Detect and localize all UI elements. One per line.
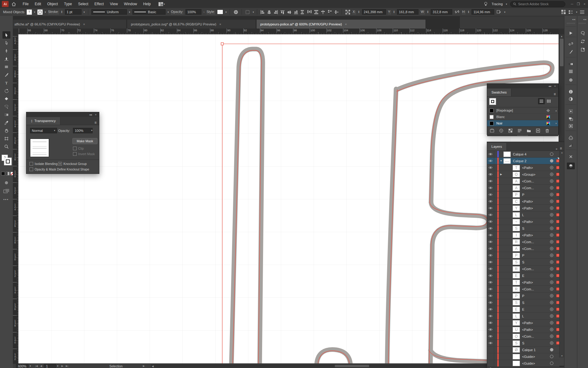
- target-icon[interactable]: [550, 260, 553, 264]
- target-icon[interactable]: [550, 152, 553, 156]
- layer-row-29[interactable]: SS: [487, 340, 559, 347]
- target-icon[interactable]: [550, 247, 553, 250]
- layer-row-14[interactable]: R<Com...: [487, 239, 559, 245]
- rotate-tool[interactable]: [2, 87, 10, 94]
- layer-row-17[interactable]: SS: [487, 259, 559, 266]
- new-color-group-icon[interactable]: [525, 128, 533, 134]
- more-tools-icon[interactable]: •••: [3, 197, 9, 201]
- selection-column[interactable]: [553, 314, 559, 318]
- transparency-panel-header[interactable]: ◂◂ ×: [26, 112, 99, 117]
- layer-thumbnail[interactable]: U: [513, 327, 520, 332]
- swatch-row-1[interactable]: [Repérage]▲: [487, 107, 558, 114]
- w-label[interactable]: W:: [421, 10, 425, 14]
- selection-column[interactable]: [553, 308, 559, 311]
- swatches-panel-header[interactable]: ◂◂ ×: [487, 84, 558, 88]
- app-logo[interactable]: Ai: [2, 1, 9, 7]
- layer-thumbnail[interactable]: L: [513, 313, 520, 319]
- layer-thumbnail[interactable]: S: [513, 259, 520, 265]
- distribute-vertical-icon[interactable]: [301, 10, 305, 14]
- zoom-chevron-icon[interactable]: ▾: [30, 365, 31, 367]
- eye-toggle[interactable]: [487, 178, 494, 184]
- target-icon[interactable]: [550, 173, 553, 176]
- selection-column[interactable]: [553, 166, 559, 169]
- layer-row-32[interactable]: <Guide>: [487, 360, 559, 367]
- layers-icon[interactable]: [567, 163, 575, 169]
- menu-window[interactable]: Window: [121, 0, 140, 8]
- swatch-kinds-icon[interactable]: [507, 128, 514, 134]
- dist-objects-icon[interactable]: [328, 10, 332, 14]
- target-icon[interactable]: [550, 267, 553, 270]
- stroke-proxy[interactable]: [37, 10, 43, 15]
- layer-row-25[interactable]: LL: [487, 313, 559, 320]
- layer-row-2[interactable]: ▼Calque 2: [487, 158, 559, 164]
- dist-top-icon[interactable]: [334, 10, 338, 14]
- knockout-group-checkbox[interactable]: Knockout Group: [58, 162, 87, 166]
- lightbulb-icon[interactable]: [483, 1, 489, 7]
- workspace-switcher-icon[interactable]: [158, 1, 164, 7]
- layer-row-21[interactable]: R<Com...: [487, 286, 559, 293]
- width-profile-chevron-icon[interactable]: ▾: [129, 11, 130, 13]
- color-button[interactable]: [1, 172, 5, 175]
- layer-row-20[interactable]: T<Path>: [487, 279, 559, 286]
- target-icon[interactable]: [550, 166, 553, 169]
- document-tab-2[interactable]: prototypeurs_police.svg* @ 66,67% (RGB/G…: [127, 20, 256, 29]
- restore-icon[interactable]: ❒: [577, 2, 580, 6]
- last-artboard-icon[interactable]: ▶|: [66, 365, 68, 367]
- target-icon[interactable]: [550, 254, 553, 257]
- layer-row-22[interactable]: PP: [487, 293, 559, 299]
- swatches-stroke-proxy[interactable]: [490, 99, 495, 104]
- h-label[interactable]: H:: [462, 10, 465, 14]
- h-value[interactable]: 114,96 mm: [472, 9, 494, 15]
- delete-swatch-icon[interactable]: [544, 128, 551, 134]
- scroll-left-icon[interactable]: ◀: [151, 365, 154, 368]
- target-icon[interactable]: [550, 355, 553, 358]
- artboard-tool[interactable]: [2, 135, 10, 142]
- close-panel-icon[interactable]: ×: [95, 113, 97, 116]
- swatch-libraries-icon[interactable]: [488, 128, 496, 134]
- eraser-tool[interactable]: [2, 95, 10, 102]
- layer-thumbnail[interactable]: [513, 354, 520, 359]
- selection-tool[interactable]: [2, 31, 10, 39]
- target-icon[interactable]: [550, 213, 553, 217]
- eye-toggle[interactable]: [487, 185, 494, 191]
- panel-opacity-value[interactable]: 100%: [73, 128, 93, 133]
- layer-row-31[interactable]: <Guide>: [487, 353, 559, 360]
- x-value[interactable]: 241,398 mm: [362, 9, 386, 15]
- tab-close-icon[interactable]: ×: [345, 22, 347, 26]
- style-swatch[interactable]: [217, 10, 223, 14]
- layer-row-30[interactable]: ØCalque 1: [487, 347, 559, 353]
- opacity-label[interactable]: Opacity:: [171, 10, 183, 14]
- document-tab-3[interactable]: prototypeurs-police.ai* @ 600% (CMYK/GPU…: [257, 20, 426, 29]
- arrangement-chevron-icon[interactable]: ▾: [576, 11, 577, 13]
- layers-scrollbar[interactable]: ▲ ▼: [559, 151, 564, 358]
- paintbrush-tool[interactable]: [2, 71, 10, 79]
- info-icon[interactable]: [567, 88, 575, 95]
- align-right-icon[interactable]: [274, 10, 278, 14]
- stroke-weight-value[interactable]: 1 pt: [65, 9, 82, 15]
- list-view-button[interactable]: [538, 98, 545, 104]
- w-stepper[interactable]: ▲▼: [427, 10, 429, 13]
- expander-icon[interactable]: ▶: [499, 173, 503, 176]
- layer-thumbnail[interactable]: R: [513, 266, 520, 272]
- gradient-icon[interactable]: [567, 61, 575, 67]
- w-value[interactable]: 312,8 mm: [431, 9, 452, 15]
- target-icon[interactable]: [550, 301, 553, 304]
- tab-transparency[interactable]: ▲▼ Transparency: [26, 117, 60, 125]
- layer-thumbnail[interactable]: Ø: [513, 347, 520, 353]
- layer-thumbnail[interactable]: Y: [513, 320, 520, 326]
- target-icon[interactable]: [550, 159, 553, 163]
- gradient-button[interactable]: [6, 172, 10, 175]
- blend-mode-select[interactable]: Normal▾: [30, 128, 57, 133]
- eye-toggle[interactable]: [487, 259, 494, 265]
- collapse-dock-inner-icon[interactable]: ◂◂: [572, 18, 575, 21]
- y-stepper[interactable]: ▲▼: [393, 10, 395, 13]
- eye-toggle[interactable]: [487, 313, 494, 319]
- layer-row-5[interactable]: A<Com...: [487, 178, 559, 185]
- layers-scroll-down-icon[interactable]: ▼: [559, 355, 564, 357]
- eye-toggle[interactable]: [487, 218, 494, 225]
- bbox-handle[interactable]: [221, 43, 223, 45]
- y-label[interactable]: Y:: [388, 10, 391, 14]
- scroll-up-icon[interactable]: ▲: [559, 35, 564, 38]
- toolbar-stroke-proxy[interactable]: [5, 158, 11, 165]
- layer-row-6[interactable]: A<Com...: [487, 185, 559, 191]
